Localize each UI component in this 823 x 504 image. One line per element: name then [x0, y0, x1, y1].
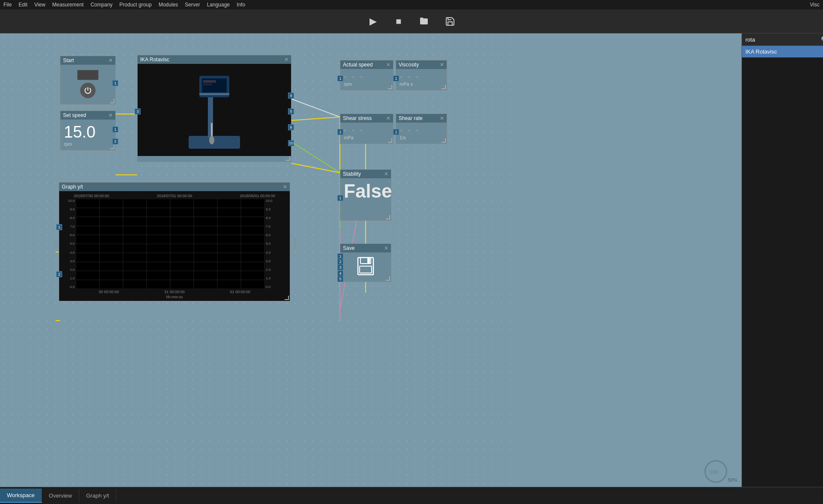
shear-stress-corner	[388, 138, 392, 143]
graph-port-1[interactable]: 1	[56, 224, 62, 230]
actual-speed-close[interactable]: ✕	[386, 62, 390, 68]
start-card: Start ✕ 1	[60, 56, 116, 105]
graph-bottom-1: 30 00:00:00	[99, 290, 119, 294]
shear-rate-close[interactable]: ✕	[440, 115, 444, 121]
search-box: 🔍 ✕	[742, 33, 823, 46]
folder-button[interactable]	[417, 14, 432, 29]
graph-y-right-labels: 10.0 9.0 8.0 7.0 6.0 5.0 4.0 3.0 2.0 1.0…	[264, 199, 279, 289]
menu-modules[interactable]: Modules	[159, 2, 178, 8]
graph-area: 2018/07/30 00:00:00 2018/07/31 00:00:00 …	[59, 191, 290, 301]
viscosity-port-1[interactable]: 1	[393, 75, 399, 81]
shear-stress-card: Shear stress ✕ - - - mPa 1	[340, 114, 393, 144]
ika-header: IKA Rotavisc ✕	[138, 55, 291, 64]
set-speed-close[interactable]: ✕	[108, 112, 113, 118]
save-close[interactable]: ✕	[384, 245, 388, 251]
ika-port-5[interactable]: 5	[288, 108, 294, 114]
set-speed-port-2[interactable]: 2	[112, 138, 118, 144]
stability-port-1[interactable]: 1	[337, 195, 343, 201]
save-icon	[355, 256, 376, 276]
shear-rate-card: Shear rate ✕ - - - 1/s 1	[396, 114, 447, 144]
graph-x-dates: 2018/07/30 00:00:00 2018/07/31 00:00:00 …	[61, 193, 288, 199]
menu-company[interactable]: Company	[90, 2, 112, 8]
stop-button[interactable]: ■	[391, 14, 406, 29]
set-speed-corner	[110, 145, 114, 149]
menu-file[interactable]: File	[3, 2, 12, 8]
menu-product-group[interactable]: Product group	[120, 2, 152, 8]
actual-speed-port-1[interactable]: 1	[337, 75, 343, 81]
ika-port-4[interactable]: 4	[288, 93, 294, 99]
start-close-button[interactable]: ✕	[108, 57, 113, 63]
play-button[interactable]: ▶	[365, 14, 381, 29]
tab-overview[interactable]: Overview	[42, 489, 79, 502]
shear-stress-title: Shear stress	[343, 115, 372, 121]
bottom-tab-bar: Workspace Overview Graph y/t	[0, 487, 823, 504]
graph-x-bottom: 30 00:00:00 31 00:00:00 01 00:00:00	[61, 289, 288, 295]
ika-port-10[interactable]: 10	[288, 140, 294, 146]
graph-card: Graph y/t ✕ 2018/07/30 00:00:00 2018/07/…	[59, 182, 290, 301]
graph-title: Graph y/t	[62, 184, 83, 190]
save-port-3[interactable]: 3	[337, 264, 343, 270]
menu-view[interactable]: View	[34, 2, 45, 8]
save-body	[340, 252, 391, 282]
search-result-ika[interactable]: IKA Rotavisc	[742, 46, 823, 57]
ika-port-6[interactable]: 6	[288, 124, 294, 130]
viscosity-close[interactable]: ✕	[440, 62, 444, 68]
shear-stress-port-1[interactable]: 1	[337, 129, 343, 135]
tab-graph[interactable]: Graph y/t	[79, 489, 116, 502]
search-button[interactable]: 🔍	[819, 35, 823, 44]
viscosity-corner	[442, 85, 446, 89]
graph-y-axis-label: rpm	[54, 240, 58, 247]
viscosity-title: Viscosity	[399, 62, 419, 68]
shear-rate-port-1[interactable]: 1	[393, 129, 399, 135]
actual-speed-dashes: - - -	[344, 72, 390, 81]
actual-speed-unit: rpm	[344, 81, 390, 87]
graph-port-2[interactable]: 2	[56, 271, 62, 277]
shear-rate-corner	[442, 138, 446, 143]
graph-corner	[285, 296, 289, 300]
svg-rect-19	[203, 84, 212, 85]
viscosity-dashes: - - -	[399, 72, 443, 81]
shear-stress-close[interactable]: ✕	[386, 115, 390, 121]
set-speed-port-1[interactable]: 1	[112, 126, 118, 132]
save-port-1[interactable]: 1	[337, 253, 343, 259]
start-card-corner	[110, 99, 114, 103]
stability-close[interactable]: ✕	[384, 171, 388, 177]
shear-rate-dashes: - - -	[399, 126, 443, 135]
shear-stress-dashes: - - -	[344, 126, 390, 135]
graph-x-label: hh:mm:ss	[61, 295, 288, 299]
graph-header: Graph y/t ✕	[59, 183, 290, 191]
viscosity-card: Viscosity ✕ - - - mPa s 1	[396, 60, 447, 90]
set-speed-unit: rpm	[64, 141, 112, 147]
menu-language[interactable]: Language	[207, 2, 230, 8]
save-port-5[interactable]: 5	[337, 276, 343, 282]
save-port-4[interactable]: 4	[337, 270, 343, 276]
shear-rate-unit: 1/s	[399, 135, 443, 140]
menu-edit[interactable]: Edit	[18, 2, 27, 8]
graph-date-1: 2018/07/30 00:00:00	[74, 194, 109, 198]
graph-y-right-axis-label: mPa s	[293, 238, 297, 249]
save-port-2[interactable]: 2	[337, 259, 343, 265]
shear-stress-header: Shear stress ✕	[340, 114, 393, 123]
graph-close[interactable]: ✕	[283, 184, 287, 190]
save-title: Save	[343, 245, 354, 251]
ika-corner	[286, 156, 290, 161]
shear-rate-title: Shear rate	[399, 115, 423, 121]
actual-speed-header: Actual speed ✕	[340, 60, 393, 69]
menu-measurement[interactable]: Measurement	[52, 2, 84, 8]
ika-close[interactable]: ✕	[284, 57, 288, 63]
save-corner	[386, 276, 390, 281]
power-button[interactable]	[80, 83, 96, 98]
save-toolbar-button[interactable]	[442, 14, 458, 29]
search-input[interactable]	[744, 36, 819, 44]
menu-info[interactable]: Info	[237, 2, 245, 8]
set-speed-value: 15.0	[64, 123, 112, 141]
toolbar: ▶ ■	[0, 9, 823, 33]
shear-stress-body: - - - mPa	[340, 123, 393, 144]
bottom-watermark: 仪器	[703, 459, 737, 486]
shear-stress-unit: mPa	[344, 135, 390, 140]
tab-workspace[interactable]: Workspace	[0, 489, 42, 503]
menu-server[interactable]: Server	[185, 2, 200, 8]
start-port-1[interactable]: 1	[112, 80, 118, 86]
graph-bottom-3: 01 00:00:00	[230, 290, 251, 294]
ika-left-port[interactable]: 3	[135, 108, 141, 114]
